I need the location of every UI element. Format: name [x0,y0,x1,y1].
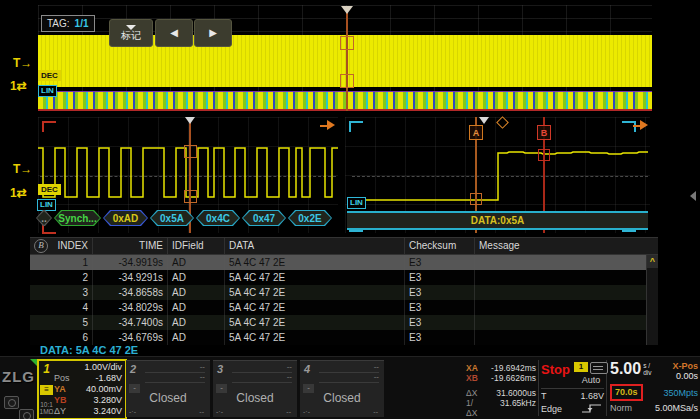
left-arrow-icon: ◀ [170,28,178,38]
lin-bus-overview-strip [38,91,652,111]
trigger-marker-icon[interactable] [185,117,195,124]
corner-bracket-icon [349,121,363,132]
cell-idfield: AD [168,330,225,345]
channel4-panel[interactable]: 4 -- -- - Closed -·- -- [300,360,384,417]
cursor-b-label[interactable]: B [537,125,551,140]
trigger-level-marker-zoom[interactable]: T→ [13,163,32,175]
lin-badge-zoom: LIN [37,199,56,211]
decode-field-data1[interactable]: 0x4C [196,210,240,226]
next-mark-button[interactable]: ▶ [194,19,232,47]
cell-message [475,300,646,315]
cell-data: 5A 4C 47 2E [225,285,405,300]
decode-data-band: DATA:0x5A [347,211,648,230]
cell-checksum: E3 [405,285,475,300]
trigger-type[interactable]: Edge [541,404,562,414]
decode-field-data0[interactable]: 0x5A [150,210,194,226]
cursor-xa: -19.6942ms [488,363,536,373]
trigger-level-value: 1.68V [580,391,604,401]
decode-field-data3[interactable]: 0x2E [288,210,332,226]
cursor-a-handle[interactable] [470,193,482,205]
oscilloscope-screen: TAG: 1/1 标记 ◀ ▶ T→ DEC 1⇄ LIN T→ DEC 1⇄ … [0,0,700,419]
decode-field-synch[interactable]: Synch... [54,210,101,226]
zoom-window-handle-top[interactable] [340,36,354,50]
cell-index: 6 [30,330,93,345]
touch-gesture-icon[interactable] [4,396,19,409]
channel1-panel[interactable]: 1 ≡ 10:1 1MΩ 1.00V/div Pos-1.68V YA40.00… [37,359,127,419]
xpos-label: X-Pos [672,361,698,371]
mark-button[interactable]: 标记 [109,19,153,47]
trigger-marker-icon[interactable] [479,117,489,124]
cursor-fx: 31.65kHz [488,398,536,418]
run-stop-button[interactable]: Stop [541,362,570,385]
pan-arrow-icon[interactable] [327,120,335,130]
header-time: TIME [93,238,168,254]
channel3-panel[interactable]: 3 -- -- - Closed -·- -- [213,360,297,417]
channel3-state: Closed [213,391,297,405]
table-row[interactable]: 5 -34.7400s AD 5A 4C 47 2E E3 [30,315,646,330]
bus-b-icon: B [34,239,48,253]
table-row[interactable]: 4 -34.8029s AD 5A 4C 47 2E E3 [30,300,646,315]
zlg-logo: ZLG [2,368,35,385]
tag-value: 1/1 [75,18,89,29]
table-row[interactable]: 2 -34.9291s AD 5A 4C 47 2E E3 [30,270,646,285]
touch-gesture-icon[interactable] [19,409,34,419]
scroll-up-button[interactable]: ^ [647,255,658,268]
sample-rate: 5.00MSa/s [655,403,698,413]
trigger-flag-icon[interactable] [341,6,353,14]
channel1-marker-zoom[interactable]: 1⇄ [10,187,27,199]
cell-time: -34.6769s [93,330,168,345]
cell-time: -34.9291s [93,270,168,285]
selected-frame-data: DATA: 5A 4C 47 2E [40,344,138,356]
cell-data: 5A 4C 47 2E [225,330,405,345]
cell-time: -34.8029s [93,300,168,315]
trigger-position-line[interactable] [346,6,348,111]
time-window-value[interactable]: 70.0s [610,384,643,401]
pan-arrow-icon [320,125,327,127]
trigger-handle[interactable] [184,145,197,158]
channel2-state: Closed [126,391,210,405]
table-row[interactable]: 6 -34.6769s AD 5A 4C 47 2E E3 [30,330,646,345]
zoom-window-handle-bottom[interactable] [340,74,354,88]
trigger-level-marker[interactable]: T→ [13,57,32,69]
header-checksum: Checksum [405,238,475,254]
cursor-ya: 40.00mV [86,384,122,395]
cell-index: 5 [30,315,93,330]
table-row[interactable]: 1 -34.9919s AD 5A 4C 47 2E E3 [30,255,646,270]
cursor-dx: 31.6000us [488,388,536,398]
cell-message [475,285,646,300]
x-cursor-readout: XA-19.6942ms XB-19.6626ms ΔX31.6000us 1/… [466,363,536,418]
lin-badge-right: LIN [347,197,366,209]
decode-table: B INDEX TIME IDField DATA Checksum Messa… [30,237,658,345]
trigger-source-badge: 1 [574,362,588,372]
table-scrollbar[interactable]: ^ [646,255,658,345]
panel-collapse-handle-icon[interactable] [690,191,696,201]
prev-mark-button[interactable]: ◀ [155,19,193,47]
tag-label: TAG: [47,18,70,29]
notification-corner-icon [30,359,37,366]
run-trigger-block: Stop 1 Auto T 1.68V Edge [541,362,604,414]
acquire-mode[interactable]: Norm [610,403,632,413]
trigger-handle[interactable] [184,190,197,203]
cell-data: 5A 4C 47 2E [225,315,405,330]
cell-checksum: E3 [405,300,475,315]
table-header: B INDEX TIME IDField DATA Checksum Messa… [30,237,658,255]
timebase-value[interactable]: 5.00 [610,361,641,377]
trigger-mode[interactable]: Auto [582,375,601,385]
decode-field-data2[interactable]: 0x47 [242,210,286,226]
channel2-panel[interactable]: 2 -- -- - Closed -·- -- [126,360,210,417]
decode-field-id[interactable]: 0xAD [103,210,148,226]
ch1-vdiv: 1.00V/div [84,362,122,373]
channel1-marker[interactable]: 1⇄ [10,80,27,92]
right-arrow-icon: ▶ [209,28,217,38]
cursor-b-handle[interactable] [538,149,550,161]
table-row[interactable]: 3 -34.8658s AD 5A 4C 47 2E E3 [30,285,646,300]
cursor-a-label[interactable]: A [469,125,483,140]
dec-badge: DEC [38,70,61,81]
tag-indicator: TAG: 1/1 [41,15,95,32]
cell-idfield: AD [168,300,225,315]
cell-message [475,255,646,270]
header-index: B INDEX [30,238,93,254]
pan-arrow-icon[interactable] [640,120,648,130]
cell-index: 3 [30,285,93,300]
xpos-value[interactable]: 0.00s [672,371,698,381]
